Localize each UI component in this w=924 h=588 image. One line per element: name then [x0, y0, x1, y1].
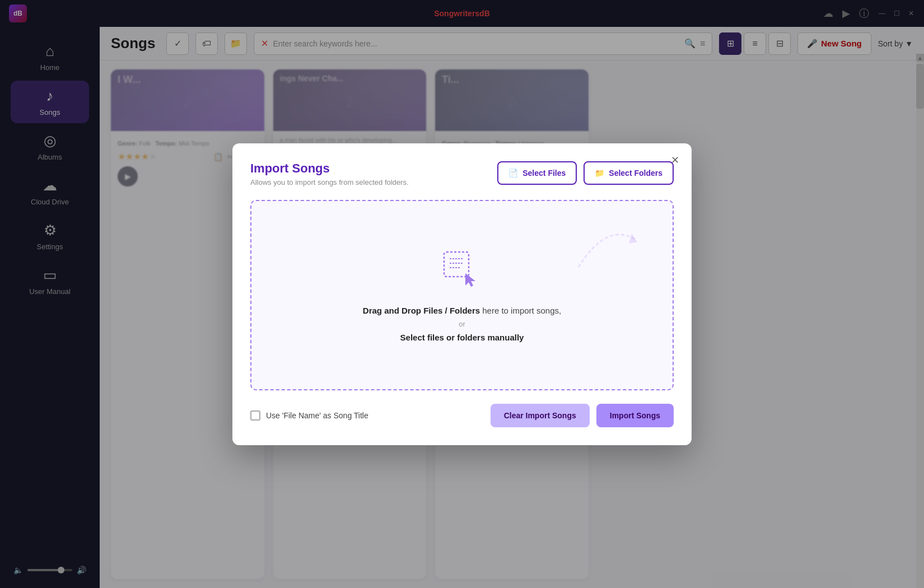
modal-title: Import Songs: [250, 161, 409, 176]
footer-buttons: Clear Import Songs Import Songs: [491, 404, 674, 427]
modal-subtitle: Allows you to import songs from selected…: [250, 178, 409, 186]
drop-text-bold: Drag and Drop Files / Folders: [363, 306, 480, 315]
modal-header-buttons: 📄 Select Files 📁 Select Folders: [497, 161, 674, 185]
import-songs-modal: ✕ Import Songs Allows you to import song…: [232, 143, 692, 445]
svg-rect-0: [444, 252, 469, 277]
modal-footer: Use 'File Name' as Song Title Clear Impo…: [250, 404, 674, 427]
close-icon: ✕: [671, 154, 679, 166]
drop-zone-container: Drag and Drop Files / Folders here to im…: [250, 200, 674, 390]
select-files-label: Select Files: [522, 169, 566, 178]
drop-text-manual: Select files or folders manually: [400, 333, 524, 342]
clear-import-label: Clear Import Songs: [504, 411, 576, 420]
drop-zone[interactable]: Drag and Drop Files / Folders here to im…: [250, 200, 674, 390]
drop-text-or: or: [459, 320, 465, 328]
svg-marker-5: [629, 234, 637, 244]
select-folders-label: Select Folders: [609, 169, 662, 178]
select-folders-icon: 📁: [595, 169, 604, 178]
drop-text-suffix: here to import songs,: [482, 306, 561, 315]
svg-marker-4: [465, 273, 475, 287]
filename-as-title-checkbox[interactable]: Use 'File Name' as Song Title: [250, 410, 368, 421]
import-songs-button[interactable]: Import Songs: [596, 404, 674, 427]
modal-overlay: ✕ Import Songs Allows you to import song…: [0, 0, 924, 588]
drop-text-main: Drag and Drop Files / Folders here to im…: [363, 306, 561, 315]
decorative-arrow: [573, 217, 640, 275]
modal-header: Import Songs Allows you to import songs …: [250, 161, 674, 186]
checkbox[interactable]: [250, 410, 260, 421]
select-files-button[interactable]: 📄 Select Files: [497, 161, 577, 185]
drag-drop-icon: [440, 248, 484, 292]
clear-import-button[interactable]: Clear Import Songs: [491, 404, 590, 427]
checkbox-label-text: Use 'File Name' as Song Title: [266, 411, 368, 420]
modal-close-button[interactable]: ✕: [667, 152, 683, 168]
import-songs-label: Import Songs: [610, 411, 660, 420]
modal-title-area: Import Songs Allows you to import songs …: [250, 161, 409, 186]
select-files-icon: 📄: [508, 169, 518, 178]
select-folders-button[interactable]: 📁 Select Folders: [584, 161, 674, 185]
